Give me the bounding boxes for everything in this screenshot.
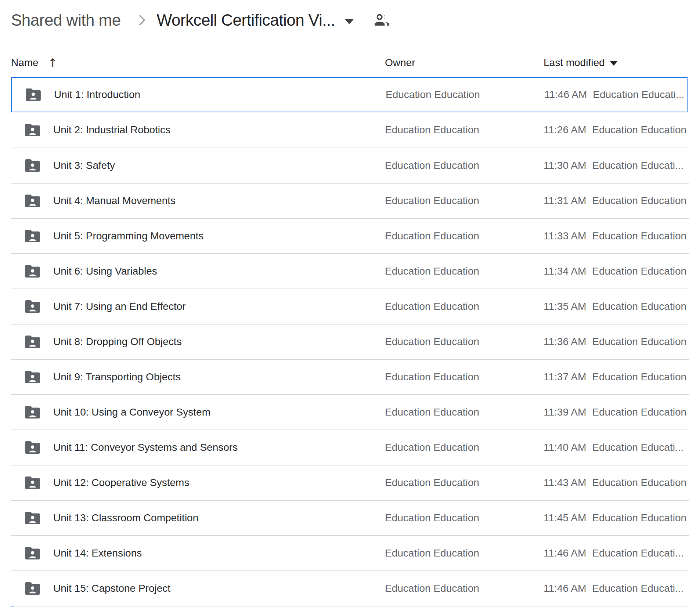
file-owner: Education Education	[385, 430, 479, 465]
modified-time: 11:45 AM	[544, 512, 586, 524]
table-row[interactable]: Unit 9: Transporting Objects Education E…	[11, 359, 689, 394]
modified-by: Education Education	[592, 477, 686, 489]
table-row[interactable]: Unit 11: Conveyor Systems and Sensors Ed…	[11, 430, 689, 465]
file-last-modified: 11:46 AM Education Educati...	[544, 78, 684, 112]
file-owner: Education Education	[385, 112, 479, 148]
file-name: Unit 11: Conveyor Systems and Sensors	[53, 442, 238, 453]
shared-folder-icon	[25, 124, 40, 136]
file-owner: Education Education	[385, 501, 479, 535]
file-last-modified: 11:35 AM Education Education	[544, 289, 686, 324]
table-row[interactable]: Unit 8: Dropping Off Objects Education E…	[11, 324, 689, 359]
file-owner: Education Education	[385, 571, 479, 606]
table-row[interactable]: Unit 15: Capstone Project Education Educ…	[11, 570, 689, 606]
file-owner: Education Education	[386, 78, 480, 112]
modified-time: 11:39 AM	[544, 406, 586, 418]
modified-by: Education Education	[592, 195, 686, 207]
column-header-owner[interactable]: Owner	[385, 51, 415, 74]
file-name: Unit 9: Transporting Objects	[53, 371, 181, 383]
shared-folder-icon	[25, 159, 40, 172]
file-name: Unit 10: Using a Conveyor System	[53, 406, 210, 418]
modified-time: 11:33 AM	[544, 230, 586, 242]
file-name: Unit 14: Extensions	[53, 547, 142, 559]
file-name: Unit 15: Capstone Project	[53, 583, 170, 594]
modified-time: 11:36 AM	[544, 336, 586, 348]
bottom-divider-blue-tip	[11, 606, 14, 606]
modified-time: 11:37 AM	[544, 371, 586, 383]
file-last-modified: 11:43 AM Education Education	[544, 465, 686, 500]
table-row[interactable]: Unit 2: Industrial Robotics Education Ed…	[11, 112, 689, 148]
file-name: Unit 2: Industrial Robotics	[53, 124, 170, 136]
modified-time: 11:43 AM	[544, 477, 586, 489]
table-row[interactable]: Unit 7: Using an End Effector Education …	[11, 289, 689, 324]
file-name: Unit 12: Cooperative Systems	[53, 477, 189, 489]
column-modified-label: Last modified	[544, 57, 605, 69]
file-owner: Education Education	[385, 360, 479, 394]
modified-by: Education Education	[592, 512, 686, 524]
modified-by: Education Education	[592, 230, 686, 242]
modified-time: 11:34 AM	[544, 265, 586, 277]
file-last-modified: 11:39 AM Education Education	[544, 395, 686, 430]
table-row[interactable]: Unit 5: Programming Movements Education …	[11, 218, 689, 253]
file-last-modified: 11:34 AM Education Education	[544, 254, 686, 289]
file-last-modified: 11:33 AM Education Education	[544, 219, 686, 253]
column-name-label: Name	[11, 57, 39, 69]
shared-folder-icon	[25, 230, 40, 242]
arrow-up-icon: ↑	[48, 56, 58, 69]
file-name: Unit 7: Using an End Effector	[53, 301, 186, 312]
shared-folder-icon	[25, 300, 40, 313]
file-last-modified: 11:37 AM Education Education	[544, 360, 686, 394]
shared-folder-icon	[25, 371, 40, 383]
shared-folder-icon	[26, 88, 41, 101]
modified-by: Education Educati...	[593, 89, 684, 101]
column-header-last-modified[interactable]: Last modified	[544, 51, 617, 74]
table-row[interactable]: Unit 12: Cooperative Systems Education E…	[11, 465, 689, 500]
table-row[interactable]: Unit 14: Extensions Education Education …	[11, 535, 689, 570]
breadcrumb-shared-with-me[interactable]: Shared with me	[11, 11, 121, 29]
modified-time: 11:26 AM	[544, 124, 586, 136]
modified-time: 11:46 AM	[544, 547, 586, 559]
file-name: Unit 13: Classroom Competition	[53, 512, 198, 524]
chevron-right-icon	[135, 15, 145, 25]
file-owner: Education Education	[385, 219, 479, 253]
file-owner: Education Education	[385, 465, 479, 500]
shared-folder-icon	[25, 512, 40, 524]
modified-by: Education Educati...	[592, 442, 683, 453]
breadcrumb-current-folder[interactable]: Workcell Certification Vi...	[157, 11, 335, 29]
modified-time: 11:40 AM	[544, 442, 586, 453]
modified-by: Education Education	[592, 124, 686, 136]
caret-down-icon[interactable]	[344, 19, 354, 24]
file-last-modified: 11:45 AM Education Education	[544, 501, 686, 535]
file-last-modified: 11:40 AM Education Educati...	[544, 430, 683, 465]
table-row[interactable]: Unit 1: Introduction Education Education…	[11, 77, 688, 112]
table-row[interactable]: Unit 3: Safety Education Education 11:30…	[11, 148, 689, 183]
file-owner: Education Education	[385, 325, 479, 359]
table-row[interactable]: Unit 13: Classroom Competition Education…	[11, 500, 689, 535]
modified-by: Education Educati...	[592, 547, 683, 559]
shared-folder-icon	[25, 265, 40, 278]
file-last-modified: 11:46 AM Education Educati...	[544, 536, 683, 570]
file-name: Unit 8: Dropping Off Objects	[53, 336, 182, 348]
table-row[interactable]: Unit 10: Using a Conveyor System Educati…	[11, 394, 689, 430]
breadcrumb: Shared with me Workcell Certification Vi…	[0, 0, 689, 40]
file-last-modified: 11:46 AM Education Educati...	[544, 571, 683, 606]
file-owner: Education Education	[385, 536, 479, 570]
file-owner: Education Education	[385, 184, 479, 218]
modified-by: Education Educati...	[592, 160, 683, 171]
people-icon[interactable]	[373, 12, 390, 29]
file-last-modified: 11:36 AM Education Education	[544, 325, 686, 359]
modified-by: Education Education	[592, 336, 686, 348]
caret-down-icon	[610, 61, 617, 66]
modified-by: Education Education	[592, 301, 686, 312]
table-row[interactable]: Unit 6: Using Variables Education Educat…	[11, 253, 689, 289]
shared-folder-icon	[25, 547, 40, 559]
modified-by: Education Education	[592, 265, 686, 277]
modified-by: Education Education	[592, 371, 686, 383]
file-owner: Education Education	[385, 395, 479, 430]
file-owner: Education Education	[385, 148, 479, 183]
file-name: Unit 1: Introduction	[54, 89, 140, 101]
column-header-name[interactable]: Name ↑	[11, 51, 58, 74]
modified-time: 11:30 AM	[544, 160, 586, 171]
table-bottom-divider	[11, 606, 689, 606]
table-row[interactable]: Unit 4: Manual Movements Education Educa…	[11, 183, 689, 218]
column-owner-label: Owner	[385, 57, 415, 69]
